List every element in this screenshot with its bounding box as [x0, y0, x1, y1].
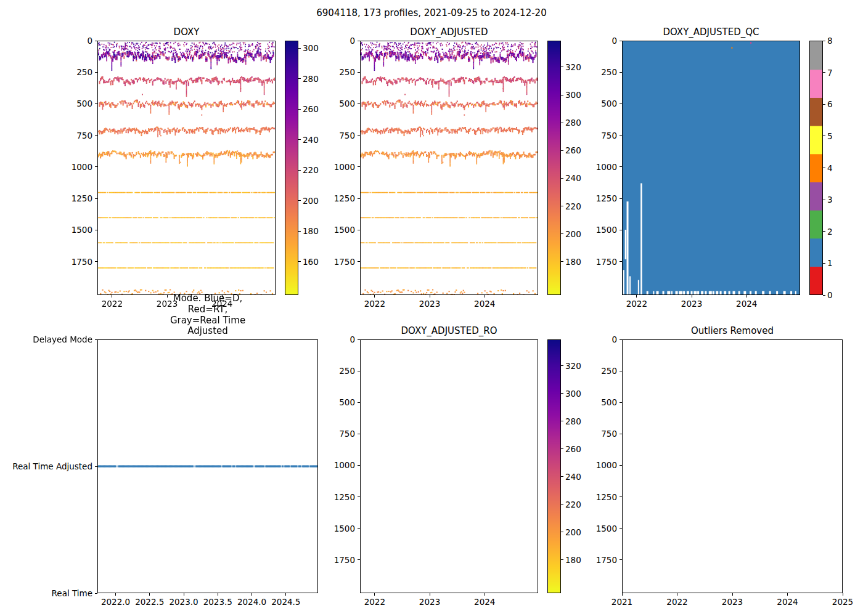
x-tick-label: 2023 [419, 597, 440, 607]
colorbar-tick-mark [823, 136, 825, 136]
y-tick-mark [620, 103, 622, 104]
colorbar-tick-mark [561, 448, 563, 449]
colorbar-tick-label: 180 [565, 257, 581, 267]
colorbar-tick-label: 4 [827, 163, 833, 173]
colorbar-tick-mark [561, 150, 563, 151]
colorbar-tick-mark [561, 504, 563, 505]
colorbar-tick-label: 280 [303, 74, 319, 84]
y-tick-mark [95, 593, 97, 594]
y-tick-label: 0 [611, 36, 617, 46]
x-tick-mark [430, 593, 430, 596]
x-tick-label: 2023.5 [203, 597, 232, 607]
y-tick-mark [358, 528, 360, 529]
y-tick-label: 1000 [334, 162, 355, 172]
y-tick-mark [620, 261, 622, 262]
colorbar-tick-mark [561, 178, 563, 179]
colorbar-tick-mark [561, 67, 563, 67]
y-tick-mark [620, 402, 622, 403]
y-tick-label: 1750 [334, 555, 355, 565]
y-tick-mark [358, 230, 360, 230]
outliers-removed-canvas [623, 340, 808, 432]
x-tick-mark [746, 295, 747, 298]
colorbar-tick-label: 1 [827, 258, 833, 268]
colorbar-tick-label: 5 [827, 131, 833, 141]
colorbar-tick-label: 300 [565, 389, 581, 399]
x-tick-mark [732, 593, 733, 596]
x-tick-label: 2023 [681, 299, 702, 309]
y-tick-mark [620, 72, 622, 73]
y-tick-mark [358, 103, 360, 104]
y-tick-label: 500 [339, 397, 355, 407]
x-tick-label: 2024 [211, 299, 232, 309]
y-tick-mark [358, 371, 360, 371]
colorbar-tick-mark [298, 231, 301, 232]
y-tick-label: 1500 [596, 225, 617, 235]
x-tick-mark [252, 593, 252, 596]
colorbar-tick-mark [298, 261, 301, 262]
x-tick-label: 2024.5 [271, 597, 300, 607]
y-tick-mark [358, 41, 360, 41]
y-tick-mark [358, 198, 360, 199]
colorbar-tick-mark [561, 476, 563, 477]
x-tick-label: 2022.0 [101, 597, 130, 607]
colorbar-tick-mark [298, 170, 301, 171]
doxy-adjusted-ro-plot: DOXY_ADJUSTED_RO [360, 339, 538, 593]
x-tick-label: 2022.5 [135, 597, 164, 607]
qc-colorbar [809, 41, 823, 295]
y-tick-label: 750 [339, 131, 355, 140]
colorbar-tick-label: 2 [827, 227, 833, 237]
x-tick-mark [692, 295, 692, 298]
x-tick-label: 2023 [419, 299, 440, 309]
y-tick-label: 1000 [334, 460, 355, 470]
y-tick-mark [620, 230, 622, 230]
colorbar-tick-mark [823, 41, 825, 41]
x-tick-label: 2022 [626, 299, 647, 309]
colorbar-tick-label: 240 [303, 135, 319, 145]
y-tick-label: 250 [76, 67, 92, 77]
y-tick-mark [620, 528, 622, 529]
y-tick-label: 1000 [596, 460, 617, 470]
y-tick-label: Delayed Mode [33, 334, 92, 344]
doxy-scatter-canvas [98, 41, 275, 294]
y-tick-label: 1750 [72, 257, 92, 267]
colorbar-tick-mark [823, 168, 825, 168]
y-tick-label: 250 [601, 366, 617, 376]
doxy-adjusted-colorbar-canvas [548, 41, 560, 294]
y-tick-mark [358, 72, 360, 73]
figure: 6904118, 173 profiles, 2021-09-25 to 202… [0, 0, 863, 616]
colorbar-tick-mark [298, 139, 301, 140]
colorbar-tick-label: 160 [303, 257, 319, 267]
x-tick-mark [677, 593, 677, 596]
colorbar-tick-label: 200 [303, 196, 319, 206]
y-tick-mark [620, 434, 622, 434]
colorbar-tick-label: 7 [827, 68, 833, 78]
x-tick-mark [430, 295, 430, 298]
y-tick-mark [358, 339, 360, 340]
y-tick-label: 1000 [72, 162, 92, 172]
y-tick-mark [95, 72, 97, 73]
doxy-adjusted-scatter-canvas [361, 41, 538, 294]
y-tick-mark [620, 41, 622, 41]
colorbar-tick-label: 180 [565, 555, 581, 565]
y-tick-mark [620, 166, 622, 167]
y-tick-mark [620, 135, 622, 136]
y-tick-label: 500 [601, 99, 617, 108]
doxy-adjusted-ro-canvas [361, 340, 546, 432]
colorbar-tick-mark [561, 421, 563, 421]
y-tick-label: 1750 [596, 555, 617, 565]
doxy-adjusted-title: DOXY_ADJUSTED [410, 27, 488, 38]
y-tick-label: 1250 [72, 193, 92, 203]
y-tick-mark [95, 41, 97, 41]
colorbar-tick-label: 300 [303, 43, 319, 53]
colorbar-tick-mark [561, 206, 563, 206]
x-tick-mark [636, 295, 637, 298]
x-tick-mark [285, 593, 286, 596]
colorbar-tick-label: 260 [303, 104, 319, 114]
x-tick-label: 2024 [777, 597, 798, 607]
x-tick-label: 2025 [832, 597, 853, 607]
x-tick-label: 2023.0 [169, 597, 198, 607]
colorbar-tick-mark [298, 78, 301, 79]
x-tick-label: 2023 [157, 299, 178, 309]
ro-colorbar [547, 339, 561, 593]
y-tick-label: 1750 [596, 257, 617, 267]
